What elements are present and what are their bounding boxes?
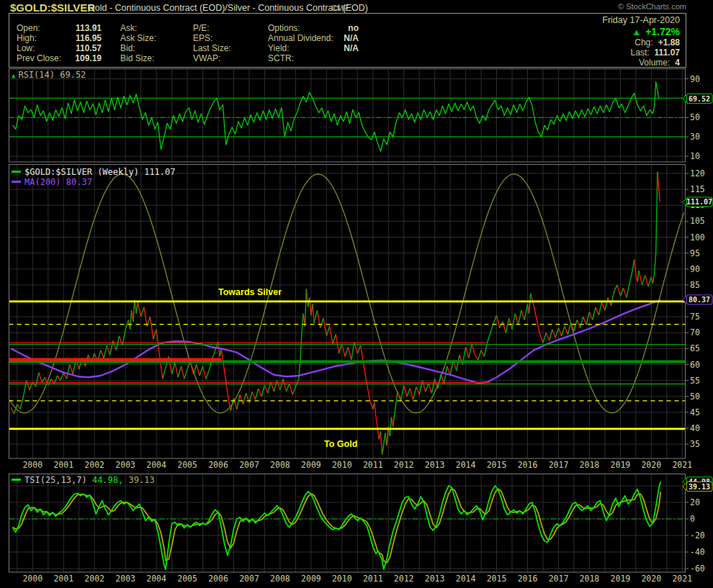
svg-text:2000: 2000: [22, 460, 42, 470]
svg-text:70: 70: [690, 327, 700, 338]
svg-text:95: 95: [690, 248, 700, 258]
tsi-legend: TSI(25,13,7) 44.98, 39.13: [12, 475, 155, 485]
svg-text:2015: 2015: [487, 574, 507, 584]
svg-text:2002: 2002: [84, 574, 104, 584]
svg-text:115: 115: [690, 184, 705, 194]
svg-text:90: 90: [690, 74, 700, 84]
tsi-value: 44.98,: [92, 475, 123, 485]
svg-text:2002: 2002: [84, 460, 104, 470]
svg-text:75: 75: [690, 312, 700, 322]
svg-text:2021: 2021: [672, 574, 692, 584]
chart-canvas: 907050301069.521201151101051009590858075…: [0, 0, 713, 588]
svg-text:2013: 2013: [425, 460, 445, 470]
stockcharts-chart-page: $GOLD:$SILVER Gold - Continuous Contract…: [0, 0, 713, 588]
svg-text:2005: 2005: [177, 574, 197, 584]
svg-text:69.52: 69.52: [689, 95, 710, 103]
svg-text:2010: 2010: [332, 574, 352, 584]
svg-text:2011: 2011: [363, 460, 383, 470]
svg-text:0: 0: [690, 514, 695, 524]
svg-text:2012: 2012: [394, 460, 414, 470]
svg-text:2001: 2001: [53, 460, 73, 470]
svg-text:2017: 2017: [549, 574, 569, 584]
ma-legend: MA(200) 80.37: [12, 177, 92, 187]
svg-text:60: 60: [690, 360, 700, 370]
svg-text:2016: 2016: [518, 574, 538, 584]
annotation-to-gold: To Gold: [324, 439, 357, 449]
main-panel: 1201151101051009590858075706560555045403…: [9, 165, 713, 471]
svg-text:80.37: 80.37: [689, 296, 710, 304]
svg-text:-60: -60: [690, 564, 705, 574]
svg-text:105: 105: [690, 216, 705, 226]
svg-text:2013: 2013: [425, 574, 445, 584]
annotation-towards-silver: Towards Silver: [218, 287, 282, 297]
rsi-panel: 907050301069.52: [9, 69, 713, 163]
svg-text:40: 40: [690, 423, 700, 433]
svg-text:111.07: 111.07: [686, 198, 712, 206]
ma-label: MA(200) 80.37: [24, 177, 92, 187]
svg-text:2021: 2021: [672, 460, 692, 470]
rsi-legend-text: RSI(14) 69.52: [18, 70, 86, 80]
tsi-signal-value: 39.13: [123, 475, 154, 485]
svg-text:2014: 2014: [456, 460, 476, 470]
svg-text:2012: 2012: [394, 574, 414, 584]
tsi-name: TSI(25,13,7): [24, 475, 92, 485]
svg-text:35: 35: [690, 439, 700, 449]
green-dash-icon: [12, 171, 21, 173]
svg-text:20: 20: [690, 497, 700, 507]
svg-text:2020: 2020: [641, 574, 661, 584]
tsi-panel: 40200-20-40-6044.9839.132000200120022003…: [9, 474, 713, 584]
svg-text:2017: 2017: [549, 460, 569, 470]
svg-text:55: 55: [690, 376, 700, 386]
svg-text:2007: 2007: [239, 460, 259, 470]
svg-text:2000: 2000: [22, 574, 42, 584]
svg-text:2008: 2008: [270, 460, 290, 470]
svg-text:2006: 2006: [208, 574, 228, 584]
svg-text:2006: 2006: [208, 460, 228, 470]
svg-text:90: 90: [690, 264, 700, 274]
svg-text:2009: 2009: [301, 460, 321, 470]
svg-text:2019: 2019: [611, 574, 631, 584]
svg-text:100: 100: [690, 232, 705, 243]
svg-text:120: 120: [690, 168, 705, 178]
svg-text:2020: 2020: [641, 460, 661, 470]
svg-text:39.13: 39.13: [689, 483, 710, 491]
svg-text:85: 85: [690, 280, 700, 290]
svg-text:2014: 2014: [456, 574, 476, 584]
svg-text:2010: 2010: [332, 460, 352, 470]
rsi-legend: ▲RSI(14) 69.52: [12, 70, 86, 80]
svg-text:10: 10: [690, 151, 700, 161]
purple-dash-icon: [12, 181, 21, 183]
svg-text:2004: 2004: [146, 574, 166, 584]
svg-text:2018: 2018: [580, 574, 600, 584]
svg-text:2004: 2004: [146, 460, 166, 470]
svg-text:50: 50: [690, 112, 700, 122]
main-series-label: $GOLD:$SILVER (Weekly) 111.07: [24, 167, 176, 177]
svg-text:2008: 2008: [270, 574, 290, 584]
svg-text:2003: 2003: [115, 460, 135, 470]
green-dash-icon: [12, 479, 21, 481]
main-series-legend: $GOLD:$SILVER (Weekly) 111.07: [12, 167, 176, 177]
svg-text:50: 50: [690, 392, 700, 402]
svg-text:45: 45: [690, 407, 700, 417]
svg-text:2018: 2018: [580, 460, 600, 470]
svg-text:65: 65: [690, 343, 700, 353]
svg-text:2015: 2015: [487, 460, 507, 470]
svg-text:2009: 2009: [301, 574, 321, 584]
svg-text:2019: 2019: [611, 460, 631, 470]
svg-text:-20: -20: [690, 530, 705, 540]
svg-text:2007: 2007: [239, 574, 259, 584]
svg-text:2001: 2001: [53, 574, 73, 584]
svg-text:2011: 2011: [363, 574, 383, 584]
svg-text:2005: 2005: [177, 460, 197, 470]
svg-text:30: 30: [690, 132, 700, 142]
svg-text:-40: -40: [690, 547, 705, 557]
svg-text:2003: 2003: [115, 574, 135, 584]
indicator-icon: ▲: [12, 72, 15, 79]
svg-text:2016: 2016: [518, 460, 538, 470]
